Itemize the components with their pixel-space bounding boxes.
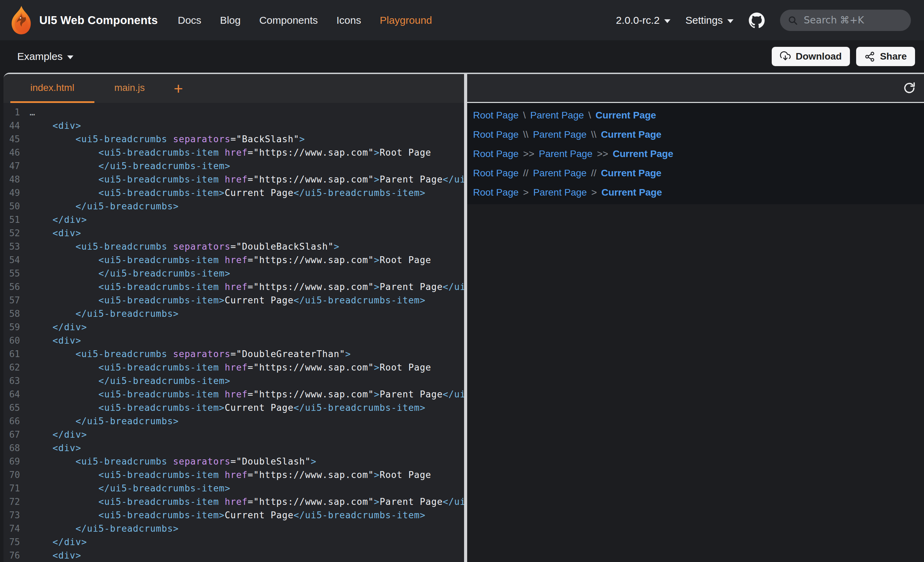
breadcrumb-link[interactable]: Root Page bbox=[473, 110, 519, 121]
code-line: 73 <ui5-breadcrumbs-item>Current Page</u… bbox=[3, 508, 464, 522]
line-number: 69 bbox=[3, 456, 30, 467]
add-tab-button[interactable]: + bbox=[170, 81, 186, 96]
code-line: 67 </div> bbox=[3, 428, 464, 441]
code-text: <div> bbox=[30, 228, 81, 238]
code-text: <div> bbox=[30, 550, 81, 561]
share-button[interactable]: Share bbox=[856, 47, 915, 66]
breadcrumb-row: Root Page\Parent Page\Current Page bbox=[473, 106, 924, 125]
nav-link-components[interactable]: Components bbox=[259, 15, 318, 26]
line-number: 55 bbox=[3, 268, 30, 279]
search-box bbox=[780, 10, 911, 31]
tab-index-html[interactable]: index.html bbox=[10, 74, 94, 103]
code-text: </ui5-breadcrumbs-item> bbox=[30, 268, 231, 279]
code-line: 59 </div> bbox=[3, 320, 464, 334]
token: > bbox=[374, 362, 380, 373]
code-line: 57 <ui5-breadcrumbs-item>Current Page</u… bbox=[3, 294, 464, 307]
token: </ui5-breadcrumbs-item> bbox=[294, 188, 426, 198]
token: ="DoubleSlash" bbox=[231, 456, 311, 467]
code-text: </ui5-breadcrumbs> bbox=[30, 309, 179, 319]
code-text: </div> bbox=[30, 537, 87, 547]
code-line: 64 <ui5-breadcrumbs-item href="https://w… bbox=[3, 387, 464, 401]
breadcrumb-link[interactable]: Parent Page bbox=[533, 187, 587, 198]
line-number: 71 bbox=[3, 483, 30, 493]
token: Parent Page bbox=[380, 496, 443, 507]
code-line: 62 <ui5-breadcrumbs-item href="https://w… bbox=[3, 361, 464, 374]
brand[interactable]: UI5 Web Components bbox=[9, 6, 158, 35]
version-dropdown[interactable]: 2.0.0-rc.2 bbox=[616, 15, 670, 26]
code-text: <ui5-breadcrumbs-item>Current Page</ui5-… bbox=[30, 295, 426, 306]
breadcrumb-row: Root Page>Parent Page>Current Page bbox=[473, 183, 924, 202]
nav-link-playground[interactable]: Playground bbox=[380, 15, 432, 26]
code-text: </div> bbox=[30, 429, 87, 440]
code-text: <ui5-breadcrumbs separators="DoubleBackS… bbox=[30, 241, 339, 252]
line-number: 75 bbox=[3, 537, 30, 547]
token: </ui5-breadcrumbs> bbox=[30, 416, 179, 426]
token: Root Page bbox=[380, 362, 431, 373]
code-text: … bbox=[30, 107, 36, 117]
code-line: 47 </ui5-breadcrumbs-item> bbox=[3, 159, 464, 172]
settings-dropdown[interactable]: Settings bbox=[686, 15, 734, 26]
nav-link-icons[interactable]: Icons bbox=[337, 15, 362, 26]
code-area[interactable]: 1…44 <div>45 <ui5-breadcrumbs separators… bbox=[3, 103, 464, 562]
nav-link-docs[interactable]: Docs bbox=[178, 15, 201, 26]
toolbar-actions: Download Share bbox=[772, 47, 915, 66]
breadcrumb-link[interactable]: Root Page bbox=[473, 148, 519, 159]
code-line: 58 </ui5-breadcrumbs> bbox=[3, 307, 464, 320]
token: ="DoubleGreaterThan" bbox=[231, 349, 345, 359]
breadcrumb-current: Current Page bbox=[596, 110, 656, 121]
breadcrumb-link[interactable]: Parent Page bbox=[539, 148, 592, 159]
navbar-right: 2.0.0-rc.2 Settings bbox=[616, 10, 911, 31]
token: <div> bbox=[30, 120, 81, 131]
tab-main-js[interactable]: main.js bbox=[94, 74, 165, 103]
code-line: 48 <ui5-breadcrumbs-item href="https://w… bbox=[3, 172, 464, 186]
breadcrumb-link[interactable]: Root Page bbox=[473, 168, 519, 179]
token: > bbox=[345, 349, 351, 359]
breadcrumb-separator: \ bbox=[523, 110, 526, 121]
splitter-handle[interactable] bbox=[464, 74, 467, 562]
token: ="https://www.sap.com" bbox=[248, 174, 374, 184]
code-line: 54 <ui5-breadcrumbs-item href="https://w… bbox=[3, 253, 464, 267]
line-number: 63 bbox=[3, 376, 30, 386]
token: ="https://www.sap.com" bbox=[248, 282, 374, 292]
code-text: <div> bbox=[30, 120, 81, 131]
line-number: 51 bbox=[3, 214, 30, 225]
code-line: 65 <ui5-breadcrumbs-item>Current Page</u… bbox=[3, 401, 464, 414]
refresh-icon bbox=[903, 82, 916, 94]
breadcrumb-link[interactable]: Parent Page bbox=[533, 168, 587, 179]
token: <ui5-breadcrumbs-item bbox=[30, 362, 219, 373]
line-number: 47 bbox=[3, 161, 30, 171]
examples-dropdown[interactable]: Examples bbox=[17, 51, 74, 62]
refresh-button[interactable] bbox=[902, 80, 917, 96]
code-text: <ui5-breadcrumbs separators="DoubleSlash… bbox=[30, 456, 316, 467]
token: <ui5-breadcrumbs-item> bbox=[30, 295, 225, 306]
token: > bbox=[334, 241, 340, 252]
breadcrumb-link[interactable]: Root Page bbox=[473, 187, 519, 198]
token: <ui5-breadcrumbs-item> bbox=[30, 403, 225, 413]
token: </ui5-breadcrumbs-item> bbox=[30, 483, 231, 493]
breadcrumb-link[interactable]: Parent Page bbox=[533, 129, 587, 140]
token: > bbox=[374, 255, 380, 265]
token: href bbox=[219, 147, 248, 158]
breadcrumb-link[interactable]: Root Page bbox=[473, 129, 519, 140]
token: separators bbox=[167, 241, 231, 252]
token: </ui5-breadcrumbs-item> bbox=[294, 510, 426, 520]
code-text: <ui5-breadcrumbs-item href="https://www.… bbox=[30, 496, 464, 507]
code-text: <ui5-breadcrumbs-item>Current Page</ui5-… bbox=[30, 403, 426, 413]
nav-link-blog[interactable]: Blog bbox=[220, 15, 240, 26]
code-text: </ui5-breadcrumbs> bbox=[30, 201, 179, 211]
code-line: 46 <ui5-breadcrumbs-item href="https://w… bbox=[3, 146, 464, 159]
token: </div> bbox=[30, 429, 87, 440]
download-button[interactable]: Download bbox=[772, 47, 850, 66]
token: <ui5-breadcrumbs-item bbox=[30, 496, 219, 507]
search-input[interactable] bbox=[803, 14, 903, 26]
code-line: 60 <div> bbox=[3, 334, 464, 347]
token: <ui5-breadcrumbs bbox=[30, 456, 167, 467]
caret-down-icon bbox=[664, 19, 670, 23]
breadcrumb-link[interactable]: Parent Page bbox=[530, 110, 584, 121]
line-number: 44 bbox=[3, 120, 30, 131]
code-line: 1… bbox=[3, 105, 464, 119]
code-text: <ui5-breadcrumbs separators="BackSlash"> bbox=[30, 134, 305, 144]
token: href bbox=[219, 389, 248, 399]
github-link[interactable] bbox=[748, 12, 765, 28]
token: separators bbox=[167, 349, 231, 359]
